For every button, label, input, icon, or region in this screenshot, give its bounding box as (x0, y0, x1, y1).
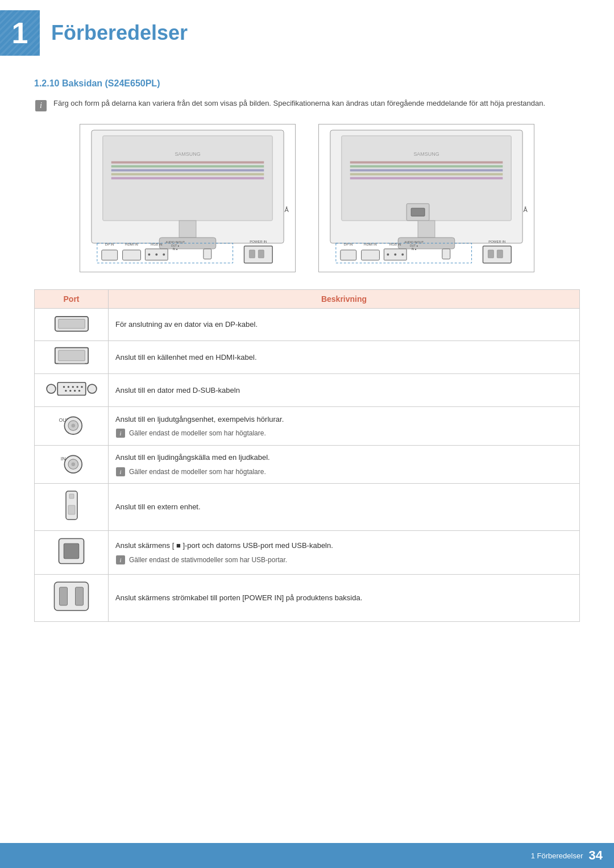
svg-text:DP IN: DP IN (105, 243, 114, 246)
table-header-port: Port (35, 289, 109, 308)
cell-note-icon: i (115, 467, 126, 477)
svg-rect-15 (123, 250, 141, 260)
svg-text:POWER IN: POWER IN (250, 240, 267, 243)
svg-point-88 (72, 462, 76, 466)
svg-point-19 (148, 254, 150, 256)
svg-rect-92 (69, 494, 74, 499)
chapter-number-box: 1 (0, 10, 40, 56)
diagram-box-right: SAMSUNG DP IN HDMI IN (318, 124, 534, 272)
dp-port-icon (52, 313, 92, 333)
svg-rect-35 (350, 165, 503, 168)
hdmi-port-icon (52, 346, 92, 366)
desc-cell: Anslut till en källenhet med en HDMI-kab… (109, 341, 580, 374)
desc-text: För anslutning av en dator via en DP-kab… (115, 320, 258, 329)
chapter-banner: 1 Förberedelser (0, 0, 614, 61)
svg-rect-99 (60, 587, 68, 605)
svg-rect-41 (418, 221, 435, 238)
table-row: IN Anslut till en ljudingångskälla med e… (35, 445, 580, 484)
table-row: Anslut skärmens strömkabel till porten [… (35, 575, 580, 622)
desc-text: Anslut till en dator med D-SUB-kabeln (115, 386, 240, 394)
monitor-diagram-left: SAMSUNG DP IN HDMI IN (80, 124, 295, 272)
svg-point-50 (387, 254, 389, 256)
desc-cell: Anslut skärmens [ ■ ]-port och datorns U… (109, 530, 580, 575)
svg-text:RGB IN: RGB IN (151, 243, 163, 246)
svg-rect-100 (76, 587, 84, 605)
audio-out-port-icon: OUT (56, 412, 87, 437)
cell-note: i Gäller endast de modeller som har högt… (115, 467, 572, 477)
svg-point-77 (78, 389, 80, 391)
svg-rect-95 (64, 543, 78, 558)
svg-point-73 (81, 386, 82, 388)
svg-point-74 (65, 389, 67, 391)
note-text: Färg och form på delarna kan variera frå… (53, 98, 545, 109)
port-cell (35, 530, 109, 575)
svg-rect-40 (411, 208, 425, 216)
note-icon: i (34, 99, 48, 113)
svg-text:HDMI IN: HDMI IN (125, 243, 138, 246)
svg-rect-60 (497, 250, 503, 258)
cell-note-icon: i (115, 555, 126, 565)
cell-note: i Gäller endast de modeller som har högt… (115, 428, 572, 438)
svg-rect-93 (68, 505, 75, 514)
table-row: För anslutning av en dator via en DP-kab… (35, 308, 580, 341)
desc-cell: Anslut till en dator med D-SUB-kabeln (109, 373, 580, 407)
desc-cell: Anslut skärmens strömkabel till porten [… (109, 575, 580, 622)
svg-point-52 (401, 254, 404, 256)
chapter-title: Förberedelser (40, 15, 199, 51)
cell-note: i Gäller endast de stativmodeller som ha… (115, 555, 572, 565)
monitor-diagram-right: SAMSUNG DP IN HDMI IN (319, 124, 534, 272)
svg-text:i: i (119, 468, 121, 475)
rgb-port-icon (46, 379, 97, 399)
svg-point-70 (67, 386, 69, 388)
desc-text: Anslut skärmens [ ■ ]-port och datorns U… (115, 541, 333, 550)
table-header-desc: Beskrivning (109, 289, 580, 308)
svg-rect-59 (488, 250, 493, 258)
svg-text:AUDIO IN/OUT: AUDIO IN/OUT (165, 241, 185, 244)
svg-text:i: i (119, 556, 121, 563)
usb-square-port-icon (56, 535, 87, 567)
svg-text:Å: Å (284, 206, 289, 213)
desc-text: Anslut till en ljudingångskälla med en l… (115, 453, 270, 462)
svg-rect-38 (350, 177, 503, 180)
svg-rect-6 (111, 165, 264, 168)
ports-table: Port Beskrivning För anslutning av en da… (34, 289, 580, 622)
svg-point-21 (163, 254, 165, 256)
svg-text:Å: Å (523, 206, 528, 213)
diagram-box-left: SAMSUNG DP IN HDMI IN (80, 124, 296, 272)
usb-b-port-icon (60, 488, 83, 522)
port-cell (35, 575, 109, 622)
desc-text: Anslut till en ljudutgångsenhet, exempel… (115, 415, 284, 423)
port-cell (35, 373, 109, 407)
svg-rect-13 (102, 250, 118, 260)
table-row: Anslut till en extern enhet. (35, 484, 580, 531)
table-row: OUT Anslut till en ljudutgångsenhet, exe… (35, 407, 580, 446)
svg-text:RGB IN: RGB IN (389, 243, 401, 246)
note-block: i Färg och form på delarna kan variera f… (34, 98, 580, 113)
svg-point-51 (394, 254, 396, 256)
svg-rect-5 (111, 161, 264, 164)
svg-point-76 (73, 389, 75, 391)
cell-note-text: Gäller endast de modeller som har högtal… (129, 428, 266, 438)
svg-rect-29 (258, 250, 264, 258)
svg-rect-37 (350, 173, 503, 176)
svg-rect-65 (58, 350, 85, 361)
page-footer: 1 Förberedelser 34 (0, 843, 614, 868)
svg-point-69 (63, 386, 64, 388)
diagrams-row: SAMSUNG DP IN HDMI IN (34, 124, 580, 272)
svg-rect-44 (341, 250, 356, 260)
svg-text:IN ●: IN ● (172, 248, 177, 251)
svg-point-71 (72, 386, 73, 388)
svg-rect-56 (442, 249, 450, 259)
svg-text:SAMSUNG: SAMSUNG (175, 151, 200, 157)
svg-rect-36 (350, 169, 503, 172)
footer-page-number: 34 (589, 848, 603, 863)
table-row: Anslut till en källenhet med en HDMI-kab… (35, 341, 580, 374)
desc-text: Anslut skärmens strömkabel till porten [… (115, 593, 362, 602)
svg-rect-7 (111, 169, 264, 172)
footer-text: 1 Förberedelser (531, 852, 583, 860)
svg-text:i: i (40, 101, 42, 110)
svg-point-75 (69, 389, 71, 391)
svg-text:OUT ●: OUT ● (171, 244, 180, 247)
svg-text:i: i (119, 430, 121, 437)
svg-text:OUT ●: OUT ● (410, 244, 418, 247)
